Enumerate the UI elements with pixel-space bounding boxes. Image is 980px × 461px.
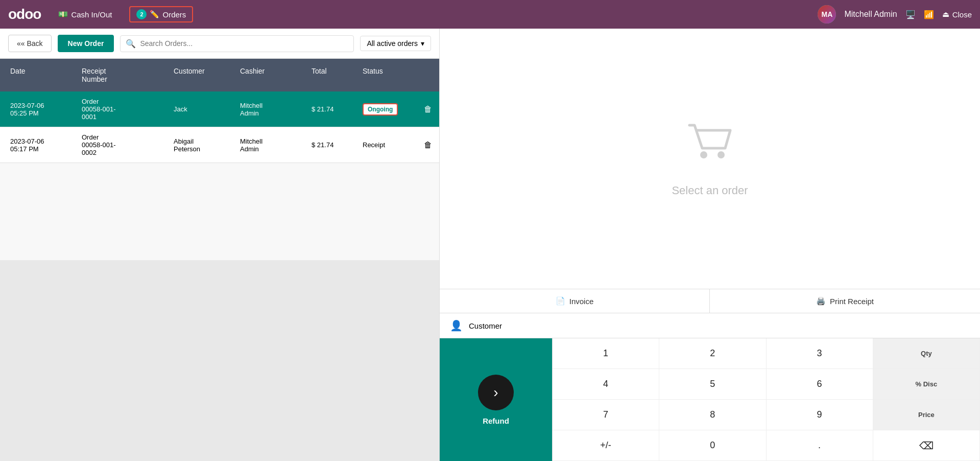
back-button[interactable]: « « Back [8, 35, 52, 52]
new-order-button[interactable]: New Order [58, 35, 114, 52]
numpad-key-5[interactable]: 5 [659, 369, 766, 400]
close-icon: ⏏ [942, 10, 949, 19]
select-order-text: Select an order [672, 184, 748, 197]
delete-icon[interactable]: 🗑 [424, 105, 432, 113]
wifi-icon: 📶 [924, 10, 934, 19]
orders-table: Date ReceiptNumber Customer Cashier Tota… [0, 59, 439, 260]
order-empty: Select an order [440, 29, 980, 289]
numpad-key-backspace[interactable]: ⌫ [873, 430, 980, 461]
numpad-key-9[interactable]: 9 [767, 400, 873, 430]
odoo-logo: odoo [8, 6, 41, 22]
col-date: Date [8, 65, 80, 85]
left-panel: « « Back New Order 🔍 All active orders ▾… [0, 29, 439, 461]
right-panel: Select an order 📄 Invoice 🖨️ Print Recei… [439, 29, 980, 461]
cash-icon: 💵 [58, 10, 68, 19]
col-status: Status [361, 65, 422, 85]
topbar-left: odoo 💵 Cash In/Out 2 ✏️ Orders [8, 6, 193, 22]
numpad-key-dot[interactable]: . [767, 430, 873, 461]
table-header: Date ReceiptNumber Customer Cashier Tota… [0, 59, 439, 91]
numpad-key-4[interactable]: 4 [553, 369, 659, 400]
empty-area [0, 260, 439, 462]
refund-button[interactable]: › [478, 375, 514, 410]
svg-point-1 [718, 151, 725, 158]
printer-icon: 🖨️ [816, 296, 826, 306]
numpad-key-6[interactable]: 6 [767, 369, 873, 400]
customer-label: Customer [469, 321, 502, 330]
topbar: odoo 💵 Cash In/Out 2 ✏️ Orders MA Mitche… [0, 0, 980, 29]
chevron-right-icon: › [493, 384, 498, 401]
bottom-section: 📄 Invoice 🖨️ Print Receipt 👤 Customer [440, 289, 980, 461]
cell-delete[interactable]: 🗑 [422, 140, 439, 151]
close-button[interactable]: ⏏ Close [942, 10, 972, 19]
col-receipt: ReceiptNumber [80, 65, 172, 85]
search-input[interactable] [140, 39, 348, 48]
status-badge: Receipt [363, 141, 385, 149]
cell-delete[interactable]: 🗑 [422, 104, 439, 115]
monitor-icon: 🖥️ [905, 10, 916, 19]
numpad-key-8[interactable]: 8 [659, 400, 766, 430]
numpad-key-disc[interactable]: % Disc [873, 369, 980, 400]
cell-total: $ 21.74 [309, 140, 361, 150]
cash-in-out-button[interactable]: 💵 Cash In/Out [53, 8, 117, 21]
numpad-key-3[interactable]: 3 [767, 338, 873, 369]
refund-area: › Refund [440, 338, 552, 461]
orders-icon: ✏️ [150, 10, 159, 19]
topbar-right: MA Mitchell Admin 🖥️ 📶 ⏏ Close [818, 5, 972, 24]
numpad-key-2[interactable]: 2 [659, 338, 766, 369]
print-receipt-button[interactable]: 🖨️ Print Receipt [710, 289, 980, 313]
delete-icon[interactable]: 🗑 [424, 141, 432, 149]
cell-status: Receipt [361, 140, 422, 150]
svg-point-0 [700, 151, 707, 158]
badge: 2 [136, 9, 147, 19]
cell-total: $ 21.74 [309, 104, 361, 114]
numpad-area: › Refund 1 2 3 Qty 4 5 6 % Disc 7 8 9 [440, 338, 980, 461]
action-row: 📄 Invoice 🖨️ Print Receipt [440, 289, 980, 313]
col-total: Total [309, 65, 361, 85]
cell-date: 2023-07-0605:17 PM [8, 136, 80, 154]
orders-button[interactable]: 2 ✏️ Orders [129, 6, 193, 22]
numpad-key-1[interactable]: 1 [553, 338, 659, 369]
table-row[interactable]: 2023-07-0605:17 PM Order00058-001-0002 A… [0, 127, 439, 163]
cell-cashier: MitchellAdmin [238, 136, 309, 154]
cell-customer: Jack [172, 104, 238, 114]
avatar: MA [818, 5, 836, 24]
person-icon: 👤 [450, 319, 463, 332]
invoice-icon: 📄 [556, 296, 565, 306]
toolbar: « « Back New Order 🔍 All active orders ▾ [0, 29, 439, 59]
search-icon: 🔍 [126, 39, 136, 49]
numpad-key-0[interactable]: 0 [659, 430, 766, 461]
cell-status: Ongoing [361, 102, 422, 117]
table-row[interactable]: 2023-07-0605:25 PM Order00058-001-0001 J… [0, 91, 439, 127]
numpad-key-7[interactable]: 7 [553, 400, 659, 430]
col-cashier: Cashier [238, 65, 309, 85]
cart-icon [684, 120, 735, 176]
cell-receipt: Order00058-001-0001 [80, 97, 172, 122]
numpad-key-plusminus[interactable]: +/- [553, 430, 659, 461]
back-icon: « [17, 39, 21, 48]
cell-customer: AbigailPeterson [172, 136, 238, 154]
invoice-button[interactable]: 📄 Invoice [440, 289, 710, 313]
main-layout: « « Back New Order 🔍 All active orders ▾… [0, 29, 980, 461]
numpad: 1 2 3 Qty 4 5 6 % Disc 7 8 9 Price +/- 0… [552, 338, 980, 461]
cell-date: 2023-07-0605:25 PM [8, 101, 80, 118]
search-box: 🔍 [120, 35, 354, 52]
numpad-key-qty[interactable]: Qty [873, 338, 980, 369]
filter-dropdown[interactable]: All active orders ▾ [360, 36, 431, 51]
chevron-down-icon: ▾ [421, 39, 424, 48]
cell-cashier: MitchellAdmin [238, 101, 309, 118]
refund-label: Refund [483, 417, 509, 425]
cell-receipt: Order00058-001-0002 [80, 132, 172, 157]
user-name: Mitchell Admin [844, 10, 897, 19]
status-badge: Ongoing [363, 103, 398, 116]
numpad-key-price[interactable]: Price [873, 400, 980, 430]
col-customer: Customer [172, 65, 238, 85]
customer-row[interactable]: 👤 Customer [440, 313, 980, 338]
